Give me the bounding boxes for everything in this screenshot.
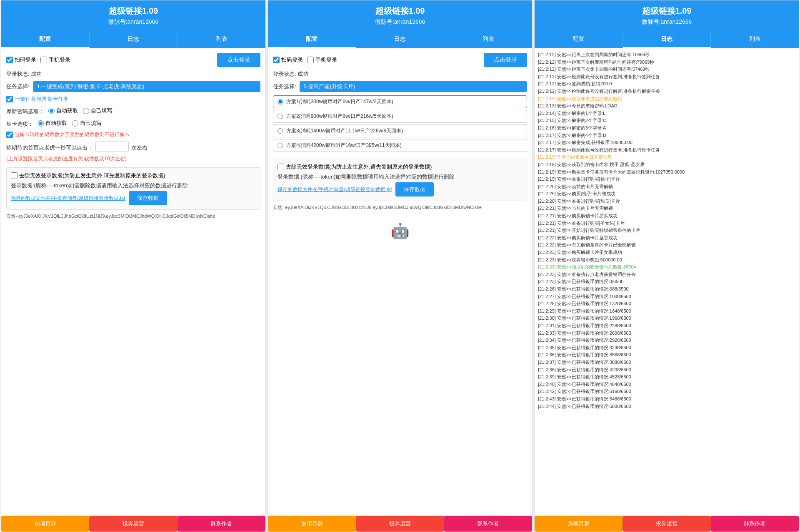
phone-login-checkbox-2[interactable]: 手机登录: [307, 56, 337, 64]
data-label-1: 登录数据:(昵称----token)如需删除数据请用输入法选择对应的数据进行删除: [11, 182, 256, 189]
scan-login-checkbox-2[interactable]: 扫码登录: [273, 56, 303, 64]
log-line: [21:2:36] 安然>>已获得银币的情况:3568/6500: [538, 351, 795, 359]
footer-btn-invest-3[interactable]: 投奔运营: [622, 516, 710, 532]
morse-auto-1[interactable]: 自动获取: [48, 107, 78, 114]
log-body-3: [21:2:12] 安然>>距离上次签到刷新的时间还有:10669秒[21:2:…: [535, 48, 799, 515]
log-line: [21:2:19] 作者已经更新今日卡密信息: [538, 154, 795, 161]
tab-log-2[interactable]: 日志: [356, 31, 445, 48]
option-3[interactable]: 方案3(消耗1400w银币时产11.1w/日产226w/6天回本): [273, 124, 527, 137]
footer-btn-contact-3[interactable]: 群系作者: [711, 516, 799, 532]
data-label-2: 登录数据:(昵称----token)如需删除数据请用输入法选择对应的数据进行删除: [278, 173, 522, 181]
panel-1-tabbar: 配置 日志 列表: [1, 31, 265, 48]
scan-login-checkbox-1[interactable]: 扫码登录: [6, 56, 36, 64]
option-2[interactable]: 方案2(消耗900w银币时产9w/日产216w/5天回本): [273, 110, 527, 123]
remove-invalid-checkbox-2[interactable]: 去除无效登录数据(为防止发生意外,请先复制原来的登录数据): [278, 163, 522, 171]
tab-config-2[interactable]: 配置: [268, 31, 356, 48]
log-line: [21:2:16] 安然>>解密的3个字母:A: [538, 124, 795, 132]
log-line: [21:2:12] 安然>>检测此账号没有进行签到,准备执行签到任务: [538, 73, 795, 81]
task-label-2: 任务选择:: [273, 83, 296, 90]
log-line: [21:2:15] 安然>>解密的2个字母:O: [538, 117, 795, 124]
panel-1-footer: 加项目群 投奔运营 群系作者: [1, 515, 265, 532]
tab-list-2[interactable]: 列表: [444, 31, 532, 48]
remove-invalid-checkbox-1[interactable]: 去除无效登录数据(为防止发生意外,请先复制原来的登录数据): [11, 172, 256, 179]
card-auto-1[interactable]: 自动获取: [38, 119, 67, 127]
file-path-1[interactable]: 保存的数据文件在/手机存储盘/超级链接登录数据.txt: [11, 195, 125, 202]
log-line: [21:2:17] 安然>>解密完成,获得银币:100000.00: [538, 139, 795, 147]
panel-3-subtitle: 微脉号:anran12666: [539, 18, 795, 26]
log-line: [21:2:28] 安然>>已获得银币的情况:1328/6500: [538, 300, 795, 308]
login-btn-2[interactable]: 点击登录: [484, 53, 527, 67]
card-warning-checkbox-1[interactable]: 当集卡消耗的银币数大于奖励的银币数则不进行集卡: [6, 131, 130, 138]
log-line: [21:2:33] 安然>>已获得银币的情况:2608/6500: [538, 330, 795, 337]
log-line: [21:2:13] 安然>>获取作者提供的摩斯密码: [538, 95, 795, 103]
click-hint-1: (上方设置跟首页点老虎的速度有关,软件默认10次左右): [6, 155, 260, 162]
panel-3-title: 超级链接1.09: [539, 5, 795, 17]
login-row-1: 扫码登录 手机登录 点击登录: [6, 53, 260, 67]
log-line: [21:2:20] 安然>>当前的卡片无需解锁: [538, 183, 795, 191]
footer-btn-project-1[interactable]: 加项目群: [1, 516, 89, 532]
save-row-1: 保存的数据文件在/手机存储盘/超级链接登录数据.txt 保存数据: [11, 191, 256, 205]
morse-radio-group-1: 自动获取 自己填写: [48, 107, 112, 114]
log-line: [21:2:17] 安然>>检测此账号没有进行集卡,准备执行集卡任务: [538, 147, 795, 154]
footer-btn-contact-2[interactable]: 群系作者: [444, 516, 532, 532]
log-line: [21:2:23] 安然>>准备执行点老虎获得银币的任务: [538, 271, 795, 278]
panel-2-title: 超级链接1.09: [272, 5, 528, 17]
log-line: [21:2:21] 安然>>购买解锁卡片甜瓜成功: [538, 212, 795, 220]
footer-btn-invest-2[interactable]: 投奔运营: [356, 516, 444, 532]
morse-title-1: 摩斯密码选项：: [6, 108, 44, 115]
tab-config-3[interactable]: 配置: [535, 31, 623, 48]
footer-btn-invest-1[interactable]: 投奔运营: [89, 516, 177, 532]
morse-self-1[interactable]: 自己填写: [83, 107, 112, 114]
tab-list-1[interactable]: 列表: [178, 31, 265, 48]
panel-2: 超级链接1.09 微脉号:anran12666 配置 日志 列表 扫码登录 手机…: [268, 0, 532, 532]
panel-3-tabbar: 配置 日志 列表: [535, 31, 799, 48]
log-line: [21:2:12] 安然>>距离下次集卡刷新的时间还有:57469秒: [538, 66, 795, 73]
log-line: [21:2:37] 安然>>已获得银币的情况:3888/6500: [538, 359, 795, 366]
robot-icon-2: 🤖: [273, 222, 527, 240]
option-1[interactable]: 方案1(消耗300w银币时产6w/日产147w/2天回本): [273, 95, 527, 108]
footer-btn-contact-1[interactable]: 群系作者: [178, 516, 265, 532]
task-label-1: 任务选择:: [6, 83, 30, 90]
card-row-1: 集卡选项： 自动获取 自己填写: [6, 119, 260, 128]
log-line: [21:2:43] 安然>>已获得银币的情况:5488/6500: [538, 395, 795, 403]
log-line: [21:2:30] 安然>>已获得银币的情况:1968/6500: [538, 315, 795, 322]
log-line: [21:2:19] 安然>>购买集卡任务所有卡片大约需要消耗银币:1027050…: [538, 169, 795, 176]
phone-login-checkbox-1[interactable]: 手机登录: [40, 56, 70, 64]
card-self-1[interactable]: 自己填写: [72, 119, 102, 127]
log-line: [21:2:23] 安然>>已获得银币的情况:0/6500: [538, 278, 795, 286]
save-btn-2[interactable]: 保存数据: [395, 182, 434, 196]
footer-btn-project-3[interactable]: 加项目群: [535, 516, 622, 532]
log-line: [21:2:34] 安然>>已获得银币的情况:2928/6500: [538, 337, 795, 344]
panel-2-header: 超级链接1.09 微脉号:anran12666: [268, 0, 532, 31]
log-line: [21:2:14] 安然>>解密的1个字母:L: [538, 110, 795, 117]
log-line: [21:2:44] 安然>>已获得银币的情况:5808/6500: [538, 403, 795, 410]
tab-log-1[interactable]: 日志: [90, 31, 178, 48]
options-list-2: 方案1(消耗300w银币时产6w/日产147w/2天回本) 方案2(消耗900w…: [273, 95, 527, 154]
log-line: [21:2:23] 安然>>领取到的安全银币总数量:36504: [538, 264, 795, 271]
log-line: [21:2:42] 安然>>已获得银币的情况:5168/6500: [538, 388, 795, 395]
log-line: [21:2:21] 安然>>开始进行购买解锁销售条件的卡片: [538, 227, 795, 234]
login-btn-1[interactable]: 点击登录: [217, 53, 260, 67]
save-btn-1[interactable]: 保存数据: [129, 191, 167, 205]
tab-config-1[interactable]: 配置: [1, 31, 90, 48]
tab-list-3[interactable]: 列表: [711, 31, 799, 48]
one-key-checkbox-1[interactable]: 一键任务包含集卡任务: [6, 95, 69, 103]
file-path-2[interactable]: 保存的数据文件在/手机存储盘/超级链接登录数据.txt: [278, 186, 392, 193]
log-line: [21:2:21] 安然>>准备进行购买[圣女果]卡片: [538, 220, 795, 227]
panel-1: 超级链接1.09 微脉号:anran12666 配置 日志 列表 扫码登录 手机…: [1, 0, 266, 532]
click-row-1: 你期待的首页点老虎一秒可以点击： 次左右: [6, 142, 260, 152]
log-line: [21:2:20] 安然>>准备进行购买[甜瓜]卡片: [538, 198, 795, 205]
click-input-1[interactable]: [95, 142, 129, 152]
log-line: [21:2:26] 安然>>已获得银币的情况:688/6500: [538, 286, 795, 293]
morse-row-1: 摩斯密码选项： 自动获取 自己填写: [6, 106, 260, 115]
tab-log-3[interactable]: 日志: [623, 31, 711, 48]
log-line: [21:2:38] 安然>>已获得银币的情况:4208/6500: [538, 366, 795, 374]
panel-2-subtitle: 微脉号:anran12666: [272, 18, 528, 26]
footer-btn-project-2[interactable]: 加项目群: [268, 516, 356, 532]
task-select-row-2: 任务选择: 5.提高产能(升级卡片): [273, 81, 527, 92]
log-line: [21:2:17] 安然>>解密的4个字母:D: [538, 132, 795, 139]
panel-1-body: 扫码登录 手机登录 点击登录 登录状态: 成功 任务选择: 1.一键完成(签到-…: [1, 48, 265, 515]
option-4[interactable]: 方案4(消耗4200w银币时产16w/日产395w/11天回本): [273, 139, 527, 152]
panel-1-title: 超级链接1.09: [5, 5, 261, 17]
log-line: [21:2:20] 安然>>购买[桃子]卡片继成功: [538, 190, 795, 198]
